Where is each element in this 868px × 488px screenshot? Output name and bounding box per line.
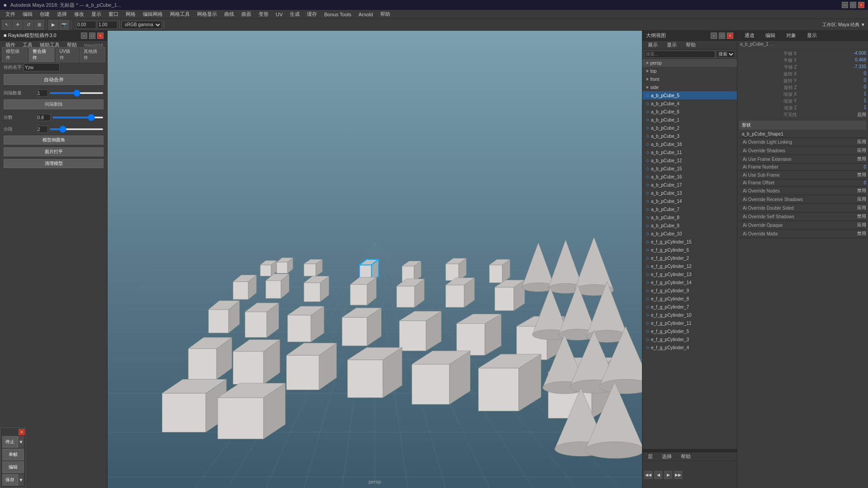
tree-item-cyl-12[interactable]: ◇ e_f_g_pCylinder_3 — [642, 335, 737, 343]
tree-item-obj-14[interactable]: ◇ a_b_pCube_7 — [642, 205, 737, 213]
attr-tab-display[interactable]: 显示 — [803, 31, 821, 40]
scene-maximize[interactable]: □ — [719, 33, 725, 39]
menu-item-修改[interactable]: 修改 — [71, 10, 88, 19]
attr-tab-channel[interactable]: 通道 — [741, 31, 758, 40]
scene-menu-display[interactable]: 显示 — [663, 41, 680, 49]
remove-interval-btn[interactable]: 间隔删除 — [4, 99, 104, 109]
tree-item-cyl-4[interactable]: ◇ e_f_g_pCylinder_13 — [642, 270, 737, 278]
tree-item-obj-12[interactable]: ◇ a_b_pCube_13 — [642, 189, 737, 197]
tree-item-obj-9[interactable]: ◇ a_b_pCube_15 — [642, 164, 737, 173]
tree-item-top[interactable]: ■ top — [642, 67, 737, 75]
toolbar-value2[interactable] — [97, 21, 118, 29]
tree-item-obj-4[interactable]: ◇ a_b_pCube_2 — [642, 124, 737, 132]
tree-item-obj-2[interactable]: ◇ a_b_pCube_6 — [642, 108, 737, 116]
edit-btn[interactable]: 编辑 — [2, 461, 24, 473]
menu-item-网格显示[interactable]: 网格显示 — [193, 10, 221, 19]
tree-item-cyl-1[interactable]: ◇ e_f_g_pCylinder_6 — [642, 246, 737, 254]
menu-item-编辑[interactable]: 编辑 — [19, 10, 36, 19]
tree-item-cyl-3[interactable]: ◇ e_f_g_pCylinder_12 — [642, 262, 737, 270]
tree-item-cyl-0[interactable]: ◇ e_f_g_pCylinder_15 — [642, 238, 737, 246]
tree-item-obj-16[interactable]: ◇ a_b_pCube_9 — [642, 221, 737, 230]
auto-merge-btn[interactable]: 自动合并 — [4, 74, 104, 85]
single-frame-btn[interactable]: 单帧 — [2, 449, 24, 460]
menu-item-帮助[interactable]: 帮助 — [377, 10, 394, 19]
menu-item-编辑网格[interactable]: 编辑网格 — [139, 10, 166, 19]
tree-item-cyl-2[interactable]: ◇ e_f_g_pCylinder_2 — [642, 254, 737, 262]
move-tool-btn[interactable]: ✛ — [13, 20, 23, 30]
menu-item-变形[interactable]: 变形 — [255, 10, 272, 19]
menu-item-选择[interactable]: 选择 — [53, 10, 71, 19]
menu-item-生成[interactable]: 生成 — [286, 10, 303, 19]
name-input[interactable] — [24, 63, 60, 71]
menu-item-Bonus Tools[interactable]: Bonus Tools — [321, 11, 355, 18]
tree-item-cyl-6[interactable]: ◇ e_f_g_pCylinder_9 — [642, 286, 737, 295]
tree-item-obj-1[interactable]: ◇ a_b_pCube_4 — [642, 99, 737, 108]
scene-minimize[interactable]: − — [711, 33, 717, 39]
menu-item-创建[interactable]: 创建 — [36, 10, 53, 19]
raykite-minimize[interactable]: − — [81, 33, 87, 39]
tree-item-side[interactable]: ■ side — [642, 83, 737, 91]
scale-tool-btn[interactable]: ⊞ — [34, 20, 44, 30]
score-slider[interactable] — [52, 117, 104, 118]
tree-item-obj-0[interactable]: ◇ a_b_pCube_5 — [642, 91, 737, 99]
select-tool-btn[interactable]: ↖ — [2, 20, 12, 30]
anim-prev-prev-btn[interactable]: ◀◀ — [644, 471, 652, 479]
menu-item-曲线[interactable]: 曲线 — [221, 10, 238, 19]
tree-item-front[interactable]: ■ front — [642, 75, 737, 83]
close-button[interactable]: × — [858, 2, 864, 8]
tree-item-obj-7[interactable]: ◇ a_b_pCube_11 — [642, 148, 737, 156]
attr-tab-edit[interactable]: 编辑 — [762, 31, 779, 40]
tree-item-obj-6[interactable]: ◇ a_b_pCube_18 — [642, 140, 737, 148]
tree-item-obj-15[interactable]: ◇ a_b_pCube_8 — [642, 213, 737, 221]
tree-item-obj-5[interactable]: ◇ a_b_pCube_3 — [642, 132, 737, 140]
segments-input[interactable] — [37, 126, 48, 133]
stop-btn[interactable]: 停止 — [2, 436, 18, 448]
menu-item-文件[interactable]: 文件 — [2, 10, 19, 19]
scene-menu-help[interactable]: 帮助 — [682, 41, 699, 49]
tree-item-obj-8[interactable]: ◇ a_b_pCube_12 — [642, 156, 737, 164]
minimize-button[interactable]: − — [842, 2, 848, 8]
menu-item-网格工具[interactable]: 网格工具 — [166, 10, 193, 19]
scene-close[interactable]: × — [727, 33, 733, 39]
interval-slider[interactable] — [50, 92, 104, 94]
tree-item-persp[interactable]: ■ persp — [642, 59, 737, 67]
tree-item-obj-10[interactable]: ◇ a_b_pCube_16 — [642, 173, 737, 181]
menu-item-网格[interactable]: 网格 — [122, 10, 139, 19]
anim-next-next-btn[interactable]: ▶▶ — [674, 471, 682, 479]
flatten-section[interactable]: 面片打平 — [4, 147, 104, 156]
tree-item-cyl-11[interactable]: ◇ e_f_g_pCylinder_5 — [642, 327, 737, 335]
attr-tab-object[interactable]: 对象 — [783, 31, 800, 40]
score-input[interactable] — [37, 114, 51, 121]
tree-item-cyl-9[interactable]: ◇ e_f_g_pCylinder_10 — [642, 311, 737, 319]
raykite-close[interactable]: × — [97, 33, 104, 39]
tree-item-obj-17[interactable]: ◇ a_b_pCube_10 — [642, 230, 737, 238]
clean-section[interactable]: 清理模型 — [4, 159, 104, 168]
camera-btn[interactable]: 📷 — [59, 20, 69, 30]
bottom-left-close[interactable]: × — [19, 429, 25, 435]
menu-item-UV[interactable]: UV — [272, 11, 286, 18]
menu-item-曲面[interactable]: 曲面 — [238, 10, 255, 19]
save-dropdown-btn[interactable]: ▼ — [18, 474, 24, 486]
model-chamfer-section[interactable]: 模型倒圆角 — [4, 136, 104, 145]
anim-next-btn[interactable]: ▶ — [664, 471, 672, 479]
viewport[interactable]: persp — [108, 31, 642, 488]
raykite-maximize[interactable]: □ — [89, 33, 95, 39]
scene-filter-select[interactable]: 搜索 — [716, 51, 735, 58]
menu-item-窗口[interactable]: 窗口 — [105, 10, 122, 19]
menu-item-缓存[interactable]: 缓存 — [303, 10, 321, 19]
tree-item-obj-3[interactable]: ◇ a_b_pCube_1 — [642, 116, 737, 124]
scene-search-input[interactable] — [644, 51, 715, 58]
tree-item-cyl-13[interactable]: ◇ e_f_g_pCylinder_4 — [642, 343, 737, 352]
tree-item-cyl-5[interactable]: ◇ e_f_g_pCylinder_14 — [642, 278, 737, 286]
shape-section-header[interactable]: 形状 — [739, 121, 866, 130]
tree-item-cyl-10[interactable]: ◇ e_f_g_pCylinder_11 — [642, 319, 737, 327]
anim-menu-select[interactable]: 选择 — [658, 452, 675, 461]
save-btn[interactable]: 保存 — [2, 474, 18, 486]
rotate-tool-btn[interactable]: ↺ — [24, 20, 33, 30]
anim-menu-help[interactable]: 帮助 — [677, 452, 694, 461]
tree-item-cyl-7[interactable]: ◇ e_f_g_pCylinder_8 — [642, 295, 737, 303]
anim-menu-layer[interactable]: 层 — [644, 452, 656, 461]
anim-prev-btn[interactable]: ◀ — [654, 471, 662, 479]
segments-slider[interactable] — [50, 128, 104, 130]
toolbar-value1[interactable] — [76, 21, 96, 29]
